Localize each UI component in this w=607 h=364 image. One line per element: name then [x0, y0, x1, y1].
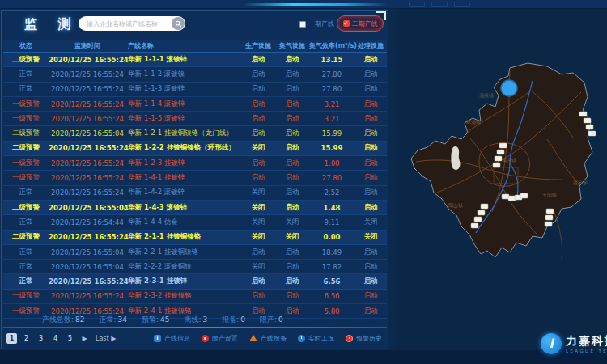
cell-name: 华新 2-3-1 挂镀锌	[126, 277, 241, 286]
table-row[interactable]: 一级预警2020/12/25 16:55:24华新 1-1-5 滚镀锌启动启动3…	[3, 112, 387, 126]
cell-eff: 27.80	[309, 174, 354, 182]
factory-marker[interactable]	[584, 118, 591, 123]
factory-marker[interactable]	[546, 209, 554, 214]
factory-marker[interactable]	[471, 223, 478, 228]
cell-proc: 启动	[354, 173, 387, 183]
cell-eff: 3.21	[309, 115, 354, 123]
cell-name: 华新 1-1-1 滚镀锌	[126, 55, 241, 65]
table-body: 二级预警2020/12/25 16:55:24华新 1-1-1 滚镀锌启动启动1…	[3, 53, 387, 319]
factory-marker[interactable]	[481, 204, 488, 209]
legend-blue-clock[interactable]: 实时工况	[298, 334, 334, 343]
factory-marker[interactable]	[474, 217, 482, 222]
search-input[interactable]	[79, 20, 172, 28]
cell-time: 2020/12/25 16:55:24	[49, 115, 126, 123]
cell-name: 华新 2-3-2 挂镀镍铬	[126, 291, 241, 301]
cell-proc: 启动	[354, 291, 387, 301]
cell-time: 2020/12/25 16:54:44	[49, 218, 126, 226]
legend-bar: i产线信息限产设置产线报备实时工况预警历史	[154, 334, 387, 343]
page-title: 监 测	[24, 16, 79, 33]
checkbox-icon[interactable]	[299, 21, 306, 28]
page-button[interactable]: 3	[36, 333, 46, 344]
cell-status: 二级预警	[3, 203, 49, 213]
cell-prod: 关闭	[241, 232, 275, 242]
table-row[interactable]: 一级预警2020/12/25 16:55:24华新 1-4-1 挂镀锌启动启动2…	[3, 171, 387, 185]
legend-info-square[interactable]: i产线信息	[154, 334, 190, 343]
summary-item: 产线总数:82	[42, 315, 85, 325]
cyan-accent-line	[243, 3, 388, 6]
cell-proc: 启动	[354, 129, 387, 138]
table-row[interactable]: 二级预警2020/12/25 16:55:04华新 1-2-1 挂镀铜镍铬（龙门…	[3, 126, 387, 141]
cell-eff: 6.56	[309, 292, 354, 300]
alert-map-marker[interactable]	[501, 80, 517, 96]
cell-name: 华新 1-1-2 滚镀镍	[126, 70, 241, 79]
cell-proc: 启动	[354, 159, 387, 168]
factory-marker[interactable]	[497, 150, 504, 154]
cell-proc: 启动	[354, 55, 387, 65]
page-button[interactable]: 4	[50, 333, 61, 344]
table-row[interactable]: 二级预警2020/12/25 16:55:24华新 2-1-1 挂镀铜镍铬关闭关…	[3, 231, 387, 245]
cell-time: 2020/12/25 16:55:04	[49, 248, 126, 256]
cell-status: 二级预警	[3, 129, 49, 138]
cell-status: 一级预警	[3, 114, 49, 124]
cell-name: 华新 1-2-2 挂镀铜镍铬（环形线）	[126, 143, 241, 153]
page-button[interactable]: 5	[65, 333, 75, 344]
factory-marker[interactable]	[508, 196, 516, 201]
district-map[interactable]: 温泉镇双浦镇城关镇西乡乡玉阳镇阳山镇	[388, 42, 607, 317]
table-row[interactable]: 正常2020/12/25 16:55:24华新 1-4-2 滚镀锌关闭启动2.5…	[3, 186, 387, 201]
table-row[interactable]: 正常2020/12/25 16:55:24华新 1-1-2 滚镀镍启动启动27.…	[3, 67, 387, 82]
factory-marker[interactable]	[520, 193, 528, 198]
table-row[interactable]: 正常2020/12/25 16:55:04华新 2-2-1 挂镀铜镍铬启动启动1…	[3, 245, 387, 260]
summary-item: 报备:0	[222, 315, 245, 325]
factory-marker[interactable]	[545, 222, 552, 226]
map-label: 西乡乡	[573, 180, 588, 186]
factory-marker[interactable]	[586, 125, 593, 129]
table-row[interactable]: 正常2020/12/25 16:54:44华新 1-4-4 仿金关闭关闭9.11…	[3, 215, 387, 230]
cell-time: 2020/12/25 16:55:04	[49, 129, 126, 138]
cell-name: 华新 1-4-4 仿金	[126, 218, 241, 227]
factory-marker[interactable]	[545, 215, 553, 220]
summary-item: 预警:45	[142, 315, 170, 325]
legend-label: 产线信息	[164, 334, 190, 343]
map-label: 温泉镇	[479, 92, 494, 98]
cell-name: 华新 1-4-1 挂镀锌	[126, 173, 241, 183]
page-button[interactable]: 2	[21, 333, 32, 344]
factory-marker[interactable]	[579, 112, 587, 116]
cell-prod: 启动	[241, 291, 275, 301]
phase2-label: 二期产线	[352, 19, 378, 28]
search-icon[interactable]	[172, 17, 185, 30]
table-row[interactable]: 正常2020/12/25 16:55:24华新 1-1-3 滚镀锌启动启动27.…	[3, 83, 387, 97]
table-row[interactable]: 一级预警2020/12/25 16:55:24华新 2-3-2 挂镀镍铬启动启动…	[3, 290, 387, 304]
next-page-button[interactable]: ▶	[79, 333, 90, 344]
top-decor-bar	[0, 0, 607, 9]
cell-proc: 启动	[354, 262, 387, 272]
factory-marker[interactable]	[493, 163, 500, 167]
table-row[interactable]: 正常2020/12/25 16:55:24华新 2-3-1 挂镀锌启动启动6.5…	[3, 274, 387, 289]
red-circle-icon	[202, 335, 209, 342]
table-row[interactable]: 二级预警2020/12/25 16:55:24华新 1-1-1 滚镀锌启动启动1…	[3, 53, 387, 67]
page-button[interactable]: 1	[6, 333, 17, 344]
legend-orange-triangle[interactable]: 产线报备	[249, 334, 287, 343]
phase1-checkbox[interactable]: 一期产线	[299, 19, 334, 28]
cell-eff: 0.00	[309, 233, 354, 241]
cell-gas: 启动	[275, 188, 309, 197]
last-page-button[interactable]: Last ▶	[94, 333, 117, 344]
table-row[interactable]: 一级预警2020/12/25 16:55:24华新 1-2-3 挂镀锌启动启动1…	[3, 156, 387, 171]
table-row[interactable]: 一级预警2020/12/25 16:55:24华新 1-1-4 滚镀锌启动启动3…	[3, 97, 387, 112]
cell-name: 华新 2-2-2 滚镀铜镍	[126, 262, 241, 272]
column-header: 集气设施	[275, 41, 309, 50]
legend-red-alarm[interactable]: 预警历史	[346, 334, 382, 343]
cell-prod: 启动	[241, 70, 275, 79]
cell-gas: 启动	[275, 248, 309, 257]
table-row[interactable]: 二级预警2020/12/25 16:55:04华新 1-4-3 滚镀锌关闭启动1…	[3, 201, 387, 215]
factory-marker[interactable]	[478, 210, 485, 215]
cell-prod: 启动	[241, 99, 275, 109]
factory-marker[interactable]	[502, 194, 509, 199]
factory-marker[interactable]	[495, 156, 502, 161]
table-row[interactable]: 二级预警2020/12/25 16:55:24华新 1-2-2 挂镀铜镍铬（环形…	[3, 142, 387, 156]
factory-marker[interactable]	[499, 143, 507, 148]
table-row[interactable]: 正常2020/12/25 16:55:04华新 2-2-2 滚镀铜镍关闭启动17…	[3, 260, 387, 274]
cell-time: 2020/12/25 16:55:24	[49, 144, 126, 152]
cell-gas: 启动	[275, 277, 309, 286]
legend-red-circle[interactable]: 限产设置	[202, 334, 238, 343]
factory-marker[interactable]	[588, 131, 596, 136]
